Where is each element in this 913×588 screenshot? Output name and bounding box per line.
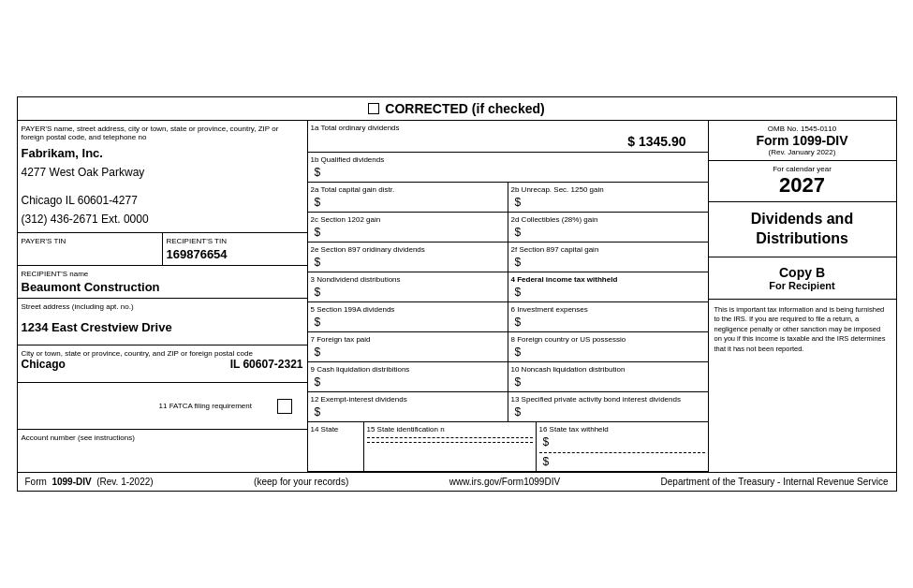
box-5: 5 Section 199A dividends $ xyxy=(308,302,508,331)
city-state: IL 60607-2321 xyxy=(230,358,303,371)
box-1b: 1b Qualified dividends $ xyxy=(308,153,708,183)
box-6-label: 6 Investment expenses xyxy=(511,305,705,314)
corrected-checkbox[interactable] xyxy=(368,103,379,114)
row-5-6: 5 Section 199A dividends $ 6 Investment … xyxy=(308,302,708,332)
payer-tin-label: PAYER'S TIN xyxy=(22,237,158,245)
form-title-line2: Distributions xyxy=(716,229,889,249)
footer-website: www.irs.gov/Form1099DIV xyxy=(449,477,560,487)
box-16-label: 16 State tax withheld xyxy=(539,425,705,434)
copy-section: Copy B For Recipient xyxy=(709,257,896,300)
city-section: City or town, state or province, country… xyxy=(18,345,307,383)
row-7-8: 7 Foreign tax paid $ 8 Foreign country o… xyxy=(308,332,708,362)
form-number: Form 1099-DIV xyxy=(713,133,892,148)
box-14-label: 14 State xyxy=(311,425,361,434)
box-8: 8 Foreign country or US possessio $ xyxy=(508,332,708,361)
row-2a-2b: 2a Total capital gain distr. $ 2b Unreca… xyxy=(308,183,708,213)
box-4: 4 Federal income tax withheld $ xyxy=(508,272,708,301)
box-7: 7 Foreign tax paid $ xyxy=(308,332,508,361)
box-1a: 1a Total ordinary dividends $ 1345.90 xyxy=(308,121,708,153)
payer-name: Fabrikam, Inc. xyxy=(22,145,303,162)
footer-keep: (keep for your records) xyxy=(254,477,348,487)
box-16: 16 State tax withheld $ $ xyxy=(537,422,708,471)
payer-tin-box: PAYER'S TIN xyxy=(18,233,163,265)
tin-row: PAYER'S TIN RECIPIENT'S TIN 169876654 xyxy=(18,233,307,266)
box-16-value1: $ xyxy=(539,435,705,448)
box-8-value: $ xyxy=(511,345,705,359)
box-4-value: $ xyxy=(511,286,705,299)
omb-number: OMB No. 1545-0110 xyxy=(713,125,892,133)
box-2f-label: 2f Section 897 capital gain xyxy=(511,245,705,254)
box-2f: 2f Section 897 capital gain $ xyxy=(508,243,708,272)
box-6-value: $ xyxy=(511,316,705,329)
box-2c-label: 2c Section 1202 gain xyxy=(311,215,505,224)
footer-form-word: Form xyxy=(25,477,47,487)
row-9-10: 9 Cash liquidation distribitions $ 10 No… xyxy=(308,362,708,392)
row-2c-2d: 2c Section 1202 gain $ 2d Collectibles (… xyxy=(308,213,708,243)
box-14: 14 State xyxy=(308,422,364,471)
box-13-value: $ xyxy=(511,405,705,419)
fatca-checkbox[interactable] xyxy=(277,399,292,414)
copy-sublabel: For Recipient xyxy=(716,280,889,291)
footer-department: Department of the Treasury - Internal Re… xyxy=(661,477,889,487)
box-10-label: 10 Noncash liquidation distribution xyxy=(511,365,705,374)
row-3-4: 3 Nondividend distributions $ 4 Federal … xyxy=(308,272,708,302)
middle-column: 1a Total ordinary dividends $ 1345.90 1b… xyxy=(308,121,709,472)
fatca-label: 11 FATCA filing requirement xyxy=(145,402,273,410)
recipient-name-section: RECIPIENT'S name Beaumont Construction xyxy=(18,266,307,299)
recipient-tin-box: RECIPIENT'S TIN 169876654 xyxy=(163,233,307,265)
box-2a-value: $ xyxy=(311,196,505,209)
left-column: PAYER'S name, street address, city or to… xyxy=(18,121,308,472)
city-value: Chicago xyxy=(22,358,66,371)
account-label: Account number (see instructions) xyxy=(22,434,303,442)
box-15: 15 State identification n xyxy=(364,422,537,471)
box-5-label: 5 Section 199A dividends xyxy=(311,305,505,314)
payer-phone: (312) 436-2671 Ext. 0000 xyxy=(22,211,303,228)
account-section: Account number (see instructions) xyxy=(18,430,307,463)
box-1b-value: $ xyxy=(311,166,705,179)
box-2e: 2e Section 897 oridinary dividends $ xyxy=(308,243,508,272)
box-2b-label: 2b Unrecap. Sec. 1250 gain xyxy=(511,185,705,194)
payer-label: PAYER'S name, street address, city or to… xyxy=(22,125,303,141)
payer-address: 4277 West Oak Parkway xyxy=(22,164,303,181)
omb-section: OMB No. 1545-0110 Form 1099-DIV (Rev. Ja… xyxy=(709,121,896,161)
box-13-label: 13 Specified private activity bond inter… xyxy=(511,395,705,404)
main-body: PAYER'S name, street address, city or to… xyxy=(18,121,896,472)
footer-form-label: Form 1099-DIV (Rev. 1-2022) xyxy=(25,477,154,487)
recipient-name-value: Beaumont Construction xyxy=(22,280,303,294)
box-2a: 2a Total capital gain distr. $ xyxy=(308,183,508,212)
copy-label: Copy B xyxy=(716,265,889,280)
box-2e-value: $ xyxy=(311,256,505,269)
box-13: 13 Specified private activity bond inter… xyxy=(508,392,708,421)
box-2b-value: $ xyxy=(511,196,705,209)
disclaimer-text: This is important tax information and is… xyxy=(714,305,886,353)
box-9-value: $ xyxy=(311,375,505,389)
form-title-line1: Dividends and xyxy=(716,210,889,229)
box-2c: 2c Section 1202 gain $ xyxy=(308,213,508,242)
footer-form-number: 1099-DIV xyxy=(52,477,91,487)
street-section: Street address (including apt. no.) 1234… xyxy=(18,299,307,345)
calendar-label: For calendar year xyxy=(713,165,892,173)
box-1a-value: $ 1345.90 xyxy=(311,134,705,149)
payer-city-state: Chicago IL 60601-4277 xyxy=(22,192,303,209)
box-2a-label: 2a Total capital gain distr. xyxy=(311,185,505,194)
box-2b: 2b Unrecap. Sec. 1250 gain $ xyxy=(508,183,708,212)
box-12-label: 12 Exempt-interest dividends xyxy=(311,395,505,404)
box-1a-label: 1a Total ordinary dividends xyxy=(311,124,705,132)
street-label: Street address (including apt. no.) xyxy=(22,302,303,311)
footer-rev-date: (Rev. 1-2022) xyxy=(96,477,153,487)
footer: Form 1099-DIV (Rev. 1-2022) (keep for yo… xyxy=(18,472,896,491)
title-section: Dividends and Distributions xyxy=(709,202,896,257)
form-1099-div: CORRECTED (if checked) PAYER'S name, str… xyxy=(17,96,897,492)
box-7-value: $ xyxy=(311,345,505,359)
box-3-label: 3 Nondividend distributions xyxy=(311,275,505,284)
box-10-value: $ xyxy=(511,375,705,389)
corrected-label: CORRECTED (if checked) xyxy=(385,101,544,116)
recipient-tin-value: 169876654 xyxy=(167,247,303,261)
recipient-name-label: RECIPIENT'S name xyxy=(22,270,303,278)
corrected-header: CORRECTED (if checked) xyxy=(18,97,896,121)
row-12-13: 12 Exempt-interest dividends $ 13 Specif… xyxy=(308,392,708,422)
box-2d: 2d Collectibles (28%) gain $ xyxy=(508,213,708,242)
box-5-value: $ xyxy=(311,316,505,329)
box-7-label: 7 Foreign tax paid xyxy=(311,335,505,344)
street-value: 1234 East Crestview Drive xyxy=(22,320,303,334)
